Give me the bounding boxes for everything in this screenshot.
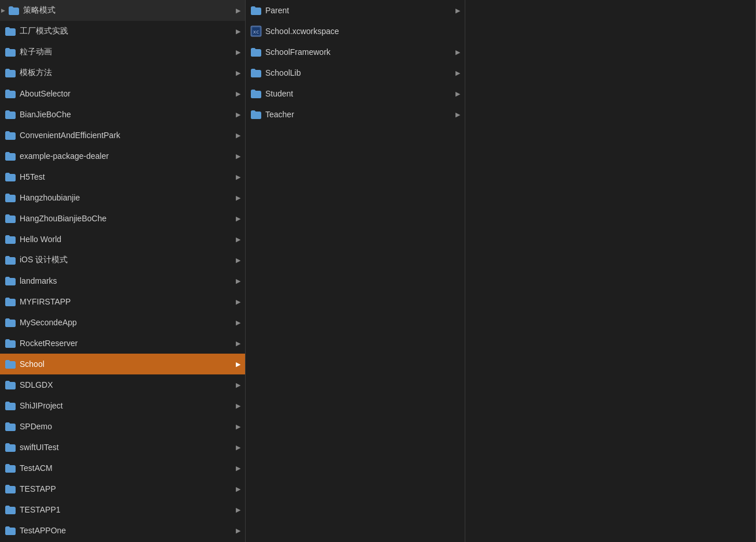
list-item-lizidonghua[interactable]: 粒子动画▶ [0,42,245,62]
folder-icon [5,318,16,327]
item-label: swiftUITest [20,443,236,452]
list-item-spdemo[interactable]: SPDemo▶ [0,416,245,437]
chevron-right-icon: ▶ [236,132,240,139]
item-label: AboutSelector [20,89,236,98]
item-label: School [20,359,236,369]
item-label: SPDemo [20,422,236,431]
list-item-sdlgdx[interactable]: SDLGDX▶ [0,374,245,395]
chevron-right-icon: ▶ [236,111,240,118]
list-item-testappone[interactable]: TestAPPOne▶ [0,520,245,541]
item-label: 粒子动画 [20,47,236,57]
chevron-right-icon: ▶ [236,7,240,14]
item-label: 模板方法 [20,68,236,78]
list-item-schoollib[interactable]: SchoolLib▶ [246,62,465,83]
folder-icon [5,505,16,514]
list-item-student[interactable]: Student▶ [246,83,465,104]
list-item-mysecondeapp[interactable]: MySecondeApp▶ [0,312,245,333]
chevron-right-icon: ▶ [236,465,240,472]
list-item-helloworld[interactable]: Hello World▶ [0,229,245,250]
list-item-schoolxcworkspace[interactable]: xc School.xcworkspace [246,21,465,42]
chevron-right-icon: ▶ [455,69,460,77]
list-item-landmarks[interactable]: landmarks▶ [0,270,245,291]
folder-icon [250,68,262,77]
list-item-iosdesign[interactable]: iOS 设计模式▶ [0,250,245,270]
chevron-right-icon: ▶ [236,236,240,243]
folder-icon [5,443,16,452]
folder-icon [5,131,16,140]
list-item-school[interactable]: School▶ [0,354,245,374]
folder-icon [5,214,16,223]
list-item-convenientpark[interactable]: ConvenientAndEfficientPark▶ [0,125,245,146]
folder-icon [5,463,16,473]
middle-column: Parent▶ xc School.xcworkspace SchoolFram… [246,0,465,542]
chevron-right-icon: ▶ [236,277,240,285]
item-label: School.xcworkspace [265,27,460,36]
item-label: ConvenientAndEfficientPark [20,131,236,140]
chevron-right-icon: ▶ [236,298,240,306]
svg-text:xc: xc [253,29,260,35]
list-item-gongchang[interactable]: 工厂模式实践▶ [0,21,245,42]
chevron-right-icon: ▶ [236,28,240,35]
disclosure-arrow: ▶ [1,8,5,13]
list-item-schoolframework[interactable]: SchoolFramework▶ [246,42,465,62]
folder-icon [250,47,262,57]
chevron-right-icon: ▶ [236,153,240,160]
item-label: TESTAPP [20,484,236,493]
chevron-right-icon: ▶ [455,111,460,118]
right-column [465,0,756,542]
list-item-mobanfangfa[interactable]: 模板方法▶ [0,62,245,83]
item-label: TestAPPOne [20,526,236,535]
chevron-right-icon: ▶ [236,90,240,98]
list-item-hangzhoubianjie[interactable]: Hangzhoubianjie▶ [0,187,245,208]
chevron-right-icon: ▶ [236,340,240,347]
list-item-swiftuitest[interactable]: swiftUITest▶ [0,437,245,458]
list-item-testapp1[interactable]: TESTAPP1▶ [0,499,245,520]
item-label: TESTAPP1 [20,505,236,514]
folder-icon [5,359,16,369]
left-column: ▶ 策略模式▶ 工厂模式实践▶ 粒子动画▶ 模板方法▶ AboutSelecto… [0,0,246,542]
item-label: Student [265,89,455,98]
list-item-h5test[interactable]: H5Test▶ [0,166,245,187]
item-label: H5Test [20,172,236,181]
list-item-myfirstapp[interactable]: MYFIRSTAPP▶ [0,291,245,312]
folder-icon [5,526,16,535]
folder-icon [5,193,16,202]
folder-icon [5,68,16,77]
list-item-parent[interactable]: Parent▶ [246,0,465,21]
item-label: HangZhouBianjieBoChe [20,214,236,223]
item-label: Hangzhoubianjie [20,193,236,202]
chevron-right-icon: ▶ [236,506,240,514]
chevron-right-icon: ▶ [455,49,460,56]
folder-icon [8,6,20,15]
folder-icon [5,297,16,306]
list-item-shijiproject[interactable]: ShiJIProject▶ [0,395,245,416]
list-item-example[interactable]: example-package-dealer▶ [0,146,245,166]
folder-icon [5,401,16,410]
item-label: Teacher [265,110,455,119]
chevron-right-icon: ▶ [455,7,460,14]
chevron-right-icon: ▶ [236,173,240,181]
item-label: example-package-dealer [20,151,236,161]
list-item-testacm[interactable]: TestACM▶ [0,458,245,478]
chevron-right-icon: ▶ [236,423,240,430]
list-item-hangzhoubianjie2[interactable]: HangZhouBianjieBoChe▶ [0,208,245,229]
list-item-aboutselector[interactable]: AboutSelector▶ [0,83,245,104]
list-item-teacher[interactable]: Teacher▶ [246,104,465,125]
folder-icon [250,6,262,15]
folder-icon [5,235,16,244]
item-label: Parent [265,6,455,15]
columns-container: ▶ 策略模式▶ 工厂模式实践▶ 粒子动画▶ 模板方法▶ AboutSelecto… [0,0,756,542]
list-item-testapp[interactable]: TESTAPP▶ [0,478,245,499]
folder-icon [5,172,16,181]
chevron-right-icon: ▶ [236,444,240,451]
list-item-bianjieboche[interactable]: BianJieBoChe▶ [0,104,245,125]
item-label: 策略模式 [23,5,236,16]
chevron-right-icon: ▶ [236,361,240,368]
item-label: RocketReserver [20,339,236,348]
folder-icon [5,422,16,431]
item-label: SchoolFramework [265,47,455,57]
list-item-celue[interactable]: ▶ 策略模式▶ [0,0,245,21]
item-label: TestACM [20,463,236,473]
chevron-right-icon: ▶ [236,215,240,222]
list-item-rocketreserver[interactable]: RocketReserver▶ [0,333,245,354]
